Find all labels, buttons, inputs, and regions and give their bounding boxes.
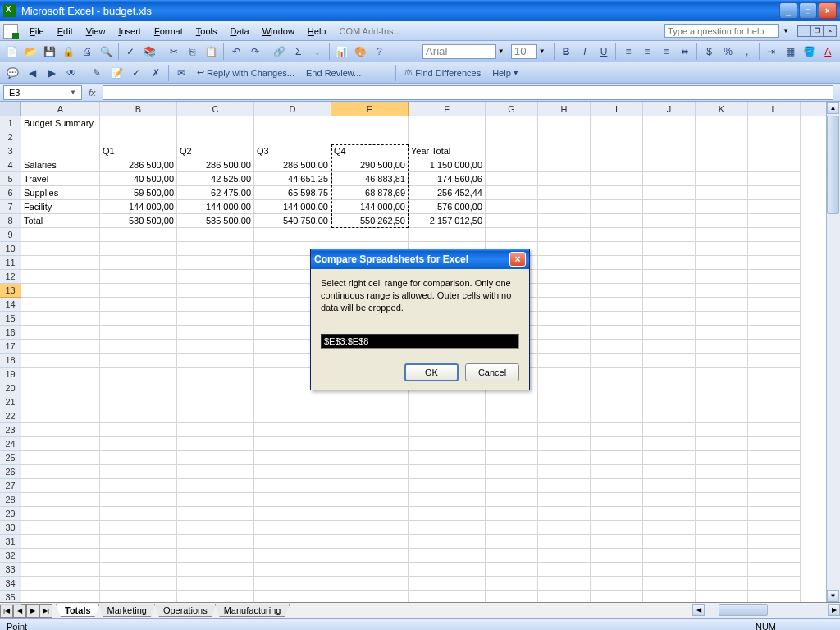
cut-button[interactable]: ✂ — [166, 43, 183, 61]
cell[interactable] — [696, 354, 748, 368]
cell[interactable] — [748, 354, 801, 368]
row-header[interactable]: 16 — [0, 326, 21, 340]
row-header[interactable]: 7 — [0, 200, 21, 214]
cell[interactable] — [486, 577, 538, 591]
cell[interactable] — [331, 423, 409, 437]
cell[interactable] — [331, 507, 409, 521]
cell[interactable]: 62 475,00 — [177, 186, 254, 200]
tab-last-button[interactable]: ▶| — [39, 604, 52, 618]
cell[interactable] — [331, 116, 409, 130]
cell[interactable] — [409, 423, 486, 437]
cell[interactable] — [748, 437, 801, 451]
cell[interactable] — [591, 591, 643, 602]
cell[interactable] — [177, 409, 254, 423]
cell[interactable] — [538, 381, 591, 395]
row-header[interactable]: 12 — [0, 270, 21, 284]
cell[interactable]: 256 452,44 — [409, 186, 486, 200]
cell[interactable] — [254, 437, 331, 451]
cell[interactable]: Q3 — [254, 144, 331, 158]
row-header[interactable]: 30 — [0, 521, 21, 535]
cell[interactable] — [486, 158, 538, 172]
cell[interactable]: 65 598,75 — [254, 186, 331, 200]
cell[interactable] — [696, 158, 748, 172]
cell[interactable] — [100, 549, 177, 563]
cell[interactable] — [696, 144, 748, 158]
cell[interactable] — [177, 493, 254, 507]
cell[interactable] — [591, 395, 643, 409]
cell[interactable] — [591, 535, 643, 549]
cell[interactable] — [538, 312, 591, 326]
row-header[interactable]: 35 — [0, 591, 21, 605]
autosum-button[interactable]: Σ — [290, 43, 307, 61]
cell[interactable] — [591, 368, 643, 381]
cell[interactable] — [21, 312, 100, 326]
cell[interactable] — [21, 256, 100, 270]
cell[interactable] — [21, 437, 100, 451]
row-header[interactable]: 20 — [0, 381, 21, 395]
reject-button[interactable]: ✗ — [147, 64, 165, 82]
cell[interactable] — [643, 186, 696, 200]
cell[interactable]: 44 651,25 — [254, 172, 331, 186]
menu-edit[interactable]: Edit — [51, 25, 80, 38]
cell[interactable] — [748, 158, 801, 172]
cell[interactable] — [643, 242, 696, 256]
cell[interactable] — [177, 228, 254, 242]
cell[interactable] — [591, 437, 643, 451]
cell[interactable] — [21, 144, 100, 158]
cell[interactable] — [486, 214, 538, 228]
cell[interactable] — [591, 312, 643, 326]
cell[interactable] — [100, 312, 177, 326]
cell[interactable] — [643, 465, 696, 479]
cell[interactable] — [21, 228, 100, 242]
range-input[interactable] — [321, 334, 519, 349]
cell[interactable] — [254, 479, 331, 493]
cell[interactable] — [254, 465, 331, 479]
chevron-down-icon[interactable]: ▼ — [70, 89, 76, 96]
cell[interactable] — [100, 116, 177, 130]
cell[interactable] — [100, 507, 177, 521]
cell[interactable] — [696, 451, 748, 465]
cell[interactable] — [538, 437, 591, 451]
next-comment-button[interactable]: ▶ — [43, 64, 61, 82]
cell[interactable]: 144 000,00 — [254, 200, 331, 214]
cell[interactable] — [21, 465, 100, 479]
row-header[interactable]: 32 — [0, 549, 21, 563]
row-header[interactable]: 28 — [0, 493, 21, 507]
cell[interactable] — [177, 465, 254, 479]
scroll-up-button[interactable]: ▲ — [827, 102, 839, 114]
tab-prev-button[interactable]: ◀ — [13, 604, 26, 618]
cell[interactable] — [21, 340, 100, 354]
cell[interactable] — [177, 381, 254, 395]
cell[interactable]: 174 560,06 — [409, 172, 486, 186]
cell[interactable] — [748, 409, 801, 423]
cell[interactable] — [748, 326, 801, 340]
cell[interactable] — [254, 549, 331, 563]
row-header[interactable]: 10 — [0, 242, 21, 256]
reply-changes-button[interactable]: ↩Reply with Changes... — [192, 66, 299, 80]
cell[interactable] — [100, 298, 177, 312]
row-header[interactable]: 6 — [0, 186, 21, 200]
menu-insert[interactable]: Insert — [112, 25, 148, 38]
row-header[interactable]: 15 — [0, 312, 21, 326]
cell[interactable] — [254, 577, 331, 591]
cell[interactable]: Budget Summary — [21, 116, 100, 130]
cell[interactable] — [591, 298, 643, 312]
cell[interactable] — [254, 423, 331, 437]
currency-button[interactable]: $ — [701, 43, 718, 61]
cell[interactable] — [748, 144, 801, 158]
cell[interactable] — [748, 549, 801, 563]
row-header[interactable]: 9 — [0, 228, 21, 242]
menu-comaddins[interactable]: COM Add-Ins... — [332, 25, 407, 38]
cell[interactable] — [748, 130, 801, 144]
cell[interactable] — [591, 549, 643, 563]
open-button[interactable]: 📂 — [22, 43, 39, 61]
cell[interactable] — [748, 395, 801, 409]
tab-first-button[interactable]: |◀ — [0, 604, 13, 618]
cell[interactable]: Salaries — [21, 158, 100, 172]
workbook-icon[interactable] — [3, 24, 18, 39]
cell[interactable] — [177, 479, 254, 493]
cell[interactable] — [748, 228, 801, 242]
fx-icon[interactable]: fx — [89, 88, 96, 98]
cell[interactable]: 59 500,00 — [100, 186, 177, 200]
cell[interactable] — [486, 493, 538, 507]
